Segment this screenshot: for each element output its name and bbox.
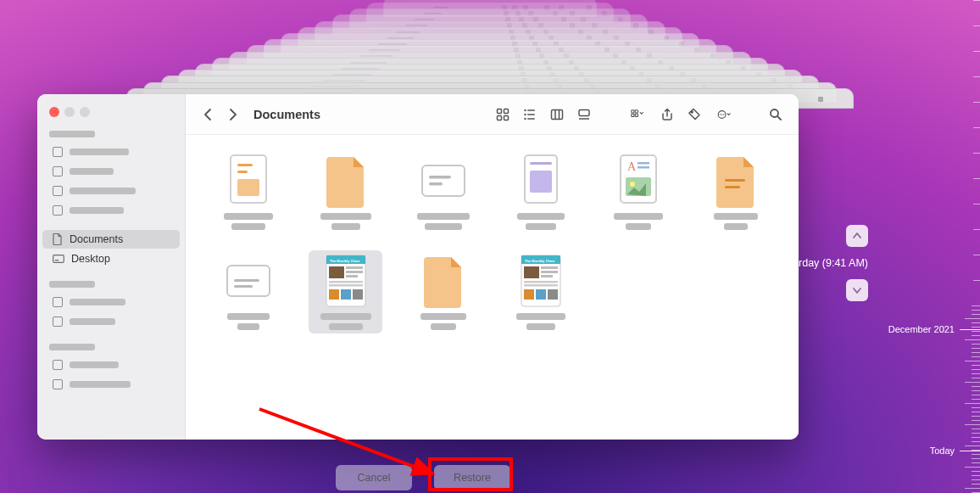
file-item[interactable] [309, 150, 382, 233]
svg-rect-18 [635, 109, 638, 112]
sidebar-item-label: Desktop [71, 253, 110, 265]
action-menu-button[interactable] [709, 104, 739, 126]
sidebar: DocumentsDesktop [37, 94, 186, 440]
sidebar-item-icon [53, 297, 63, 307]
svg-rect-12 [552, 109, 563, 119]
svg-rect-56 [329, 281, 363, 283]
sidebar-item[interactable] [42, 312, 180, 331]
search-button[interactable] [765, 104, 787, 126]
minimize-window-button[interactable] [64, 107, 75, 117]
finder-window: DocumentsDesktop Documents [37, 94, 799, 440]
share-button[interactable] [654, 104, 680, 126]
sidebar-item-icon [53, 360, 63, 370]
sidebar-item-label [70, 188, 136, 194]
file-item[interactable] [211, 250, 285, 333]
timeline-older-button[interactable] [846, 225, 868, 247]
sidebar-item[interactable] [42, 356, 180, 374]
file-thumbnail: The Monthly Chew [514, 254, 568, 308]
file-thumbnail [319, 154, 373, 208]
annotation-restore-highlight [428, 457, 513, 491]
svg-rect-36 [530, 162, 552, 165]
svg-rect-52 [329, 266, 344, 278]
column-view-button[interactable] [544, 104, 570, 126]
zoom-window-button[interactable] [80, 107, 90, 117]
svg-rect-48 [234, 285, 253, 288]
timeline-ruler[interactable] [956, 0, 980, 493]
svg-rect-69 [524, 284, 558, 287]
svg-rect-53 [346, 266, 363, 269]
back-button[interactable] [198, 104, 220, 126]
sidebar-item[interactable] [42, 201, 180, 220]
tags-button[interactable] [682, 104, 707, 126]
sidebar-item[interactable] [42, 293, 180, 311]
sidebar-item-desktop[interactable]: Desktop [42, 249, 180, 268]
svg-point-23 [720, 114, 721, 115]
svg-rect-29 [237, 164, 253, 166]
sidebar-item[interactable] [42, 143, 180, 161]
toolbar-actions [622, 104, 739, 126]
svg-rect-70 [524, 289, 534, 300]
svg-rect-5 [504, 115, 509, 120]
file-item[interactable]: A [602, 150, 676, 233]
icon-view-button[interactable] [490, 104, 515, 126]
svg-point-10 [524, 117, 526, 119]
svg-rect-60 [353, 289, 363, 300]
svg-rect-45 [725, 186, 740, 188]
svg-rect-47 [234, 279, 259, 282]
file-thumbnail [514, 154, 568, 208]
file-caption [420, 313, 466, 330]
file-item[interactable] [406, 250, 480, 333]
list-view-button[interactable] [517, 104, 543, 126]
file-thumbnail: A [611, 154, 665, 208]
group-by-button[interactable] [622, 104, 653, 126]
file-thumbnail [416, 154, 471, 208]
svg-rect-55 [346, 275, 358, 277]
file-item[interactable] [406, 150, 480, 233]
svg-rect-7 [527, 109, 535, 111]
view-mode-group [490, 104, 597, 126]
sidebar-item[interactable] [42, 375, 180, 394]
file-item[interactable] [504, 150, 577, 233]
sidebar-item[interactable] [42, 162, 180, 181]
svg-rect-34 [429, 182, 443, 186]
svg-point-6 [524, 109, 526, 110]
gallery-view-button[interactable] [571, 104, 597, 126]
file-thumbnail [416, 254, 471, 308]
sidebar-item-icon [53, 186, 63, 196]
svg-rect-58 [329, 289, 339, 300]
svg-text:The Monthly Chew: The Monthly Chew [330, 259, 360, 263]
svg-point-24 [721, 114, 722, 115]
svg-line-27 [777, 116, 781, 120]
timeline-label-today: Today [930, 445, 955, 456]
file-item[interactable] [211, 150, 285, 233]
svg-rect-4 [498, 115, 502, 120]
sidebar-item-documents[interactable]: Documents [42, 230, 180, 249]
file-item[interactable]: The Monthly Chew [504, 250, 577, 333]
forward-button[interactable] [221, 104, 243, 126]
timeline-current-label: Yesterday (9:41 AM) [772, 254, 868, 272]
sidebar-item-label [70, 148, 129, 155]
svg-rect-67 [541, 275, 553, 277]
svg-point-43 [630, 182, 635, 187]
timeline-nav: Yesterday (9:41 AM) [772, 225, 868, 301]
file-caption [614, 213, 663, 230]
sidebar-item-label: Documents [70, 233, 123, 245]
svg-rect-15 [579, 109, 589, 115]
file-item[interactable] [699, 150, 773, 233]
svg-rect-44 [725, 179, 745, 182]
file-caption [517, 213, 565, 230]
svg-rect-20 [635, 114, 638, 116]
svg-rect-32 [422, 165, 465, 196]
svg-rect-37 [530, 171, 552, 193]
file-item[interactable]: The Monthly Chew [309, 250, 382, 333]
timeline-newer-button[interactable] [846, 279, 868, 301]
cancel-button[interactable]: Cancel [336, 465, 412, 490]
svg-rect-33 [429, 176, 451, 179]
sidebar-item[interactable] [42, 182, 180, 200]
close-window-button[interactable] [49, 107, 59, 117]
svg-point-8 [524, 113, 526, 115]
svg-rect-57 [329, 284, 363, 287]
sidebar-item-label [70, 361, 119, 368]
svg-rect-11 [527, 118, 535, 120]
sidebar-section-label [49, 344, 95, 350]
